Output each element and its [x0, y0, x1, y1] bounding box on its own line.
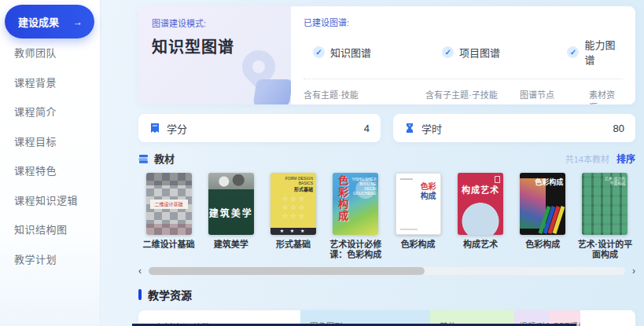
cover-title-text: 构成 — [421, 189, 436, 201]
sidebar-item-knowledge-logic[interactable]: 课程知识逻辑 — [0, 186, 100, 216]
book-cover[interactable]: 色彩构成 YISHU SHEJI BIXIU KE SECAI GOUCHENG — [333, 173, 378, 235]
graph-mode-panel: 图谱建设模式: 知识型图谱 — [138, 6, 291, 104]
book-cover[interactable]: 构成艺术 — [458, 173, 503, 235]
book-item[interactable]: 构成艺术 构成艺术 — [450, 173, 510, 260]
book-cover[interactable]: 二维设计基础 — [146, 173, 192, 235]
book-item[interactable]: FORM DESIGN BASICS 形式基础 ☆ ☆ ☆ ☆ ☆ ☆ ☆ ☆ … — [263, 173, 324, 260]
graph-mode-value: 知识型图谱 — [152, 35, 291, 57]
books-scrollbar: ‹ › — [138, 267, 635, 276]
built-graphs-row: ✓ 知识图谱 ✓ 项目图谱 ✓ 能力图谱 — [304, 37, 623, 67]
graph-stats-row: 含有主题·技能 4个 含有子主题·子技能 49个 图谱节点 370个 素材资源 … — [304, 88, 623, 104]
cover-title-text: 形式基础 — [294, 185, 313, 192]
sidebar: 建设成果 → 教师团队 课程背景 课程简介 课程目标 课程特色 课程知识逻辑 知… — [0, 0, 101, 326]
book-item[interactable]: 二维设计基础 二维设计基础 — [138, 173, 199, 260]
book-cover[interactable]: 建筑美学 — [208, 173, 254, 235]
checkbox-project-graph[interactable]: ✓ 项目图谱 — [442, 37, 567, 67]
cover-title-text: 色彩构成 — [335, 175, 350, 222]
sidebar-item-teachers[interactable]: 教师团队 — [0, 38, 100, 68]
textbooks-icon — [138, 153, 149, 163]
textbooks-header: 教材 共14本教材 排序 — [138, 151, 635, 166]
book-title: 艺术设计必修课：色彩构成 — [326, 240, 386, 260]
built-graphs-label: 已建设图谱: — [304, 16, 623, 28]
checkbox-label: 能力图谱 — [584, 37, 623, 67]
textbooks-title: 教材 — [154, 151, 175, 166]
hours-value: 80 — [613, 123, 624, 134]
cover-title-text: 构成艺术 — [458, 183, 503, 196]
stat-material-resources: 素材资源 1127个 — [589, 88, 623, 104]
hours-label: 学时 — [421, 121, 442, 136]
checkbox-ability-graph[interactable]: ✓ 能力图谱 — [567, 37, 623, 67]
sidebar-nav: 教师团队 课程背景 课程简介 课程目标 课程特色 课程知识逻辑 知识结构图 教学… — [0, 38, 100, 274]
cube-decoration — [253, 79, 291, 104]
cover-title-text: 建筑美学 — [208, 206, 254, 219]
page: 建设成果 → 教师团队 课程背景 课程简介 课程目标 课程特色 课程知识逻辑 知… — [0, 0, 644, 326]
stat-graph-nodes: 图谱节点 370个 — [520, 88, 589, 104]
graph-mode-label: 图谱建设模式: — [152, 16, 291, 29]
scroll-right-icon[interactable]: › — [632, 266, 635, 277]
book-item[interactable]: 建筑美学 建筑美学 — [201, 173, 261, 260]
sidebar-item-course-intro[interactable]: 课程简介 — [0, 97, 100, 127]
checkbox-knowledge-graph[interactable]: ✓ 知识图谱 — [313, 37, 442, 67]
cover-stars: ☆ ☆ ☆ ☆ ☆ ☆ ☆ ☆ ☆ — [270, 195, 316, 221]
book-title: 二维设计基础 — [138, 240, 199, 250]
sidebar-item-course-background[interactable]: 课程背景 — [0, 68, 100, 98]
credits-card: 学分 4 — [138, 114, 381, 142]
arrow-right-icon: → — [73, 16, 83, 27]
sidebar-item-course-features[interactable]: 课程特色 — [0, 156, 100, 186]
cover-footer: ★ ★ ★ — [270, 228, 316, 235]
graph-built-panel: 已建设图谱: ✓ 知识图谱 ✓ 项目图谱 ✓ 能力图谱 — [291, 6, 635, 104]
cover-subtitle-text: FORM DESIGN BASICS — [285, 176, 313, 185]
book-cover[interactable]: 色彩 构成 — [396, 173, 441, 235]
cover-subtitle-text: YISHU SHEJI BIXIU KE SECAI GOUCHENG — [352, 177, 377, 196]
info-cards-row: 学分 4 学时 80 — [138, 114, 635, 142]
hourglass-icon — [404, 123, 415, 134]
book-cover[interactable]: FORM DESIGN BASICS 形式基础 ☆ ☆ ☆ ☆ ☆ ☆ ☆ ☆ … — [270, 173, 316, 235]
book-cover[interactable]: 艺术·设计的 平面构成 — [582, 173, 627, 235]
book-title: 建筑美学 — [201, 240, 261, 250]
credit-book-icon — [149, 123, 160, 134]
sidebar-item-achievements[interactable]: 建设成果 → — [5, 5, 94, 38]
resources-title: 教学资源 — [148, 287, 192, 302]
sidebar-item-teaching-plan[interactable]: 教学计划 — [0, 245, 100, 275]
textbooks-count: 共14本教材 — [565, 152, 609, 165]
scroll-left-icon[interactable]: ‹ — [138, 266, 142, 277]
stat-topics: 含有主题·技能 4个 — [304, 88, 425, 104]
sort-button[interactable]: 排序 — [616, 152, 635, 165]
cover-title-text: 色彩构成 — [535, 177, 563, 187]
sidebar-item-label: 建设成果 — [18, 14, 59, 29]
book-title: 构成艺术 — [450, 240, 510, 250]
credits-label: 学分 — [167, 121, 187, 136]
book-cover[interactable]: 色彩构成 — [520, 173, 565, 235]
cover-decoration — [400, 229, 418, 230]
book-item[interactable]: 色彩构成 色彩构成 — [513, 173, 573, 260]
book-title: 色彩构成 — [513, 240, 573, 250]
scrollbar-thumb[interactable] — [149, 267, 425, 275]
book-title: 色彩构成 — [388, 240, 448, 250]
main-content: 图谱建设模式: 知识型图谱 已建设图谱: ✓ 知识图谱 ✓ 项目图谱 — [138, 0, 635, 326]
graph-mode-card: 图谱建设模式: 知识型图谱 已建设图谱: ✓ 知识图谱 ✓ 项目图谱 — [138, 6, 635, 104]
sidebar-item-knowledge-structure[interactable]: 知识结构图 — [0, 215, 100, 245]
cover-title-text: 艺术·设计的 平面构成 — [605, 176, 626, 185]
sidebar-item-course-goals[interactable]: 课程目标 — [0, 127, 100, 157]
scrollbar-track[interactable] — [149, 267, 625, 275]
books-shelf: 二维设计基础 二维设计基础 建筑美学 建筑美学 FORM DESIGN BASI… — [138, 173, 635, 260]
check-icon: ✓ — [442, 46, 454, 58]
book-title: 形式基础 — [263, 240, 324, 250]
checkbox-label: 知识图谱 — [330, 45, 371, 60]
checkbox-label: 项目图谱 — [459, 45, 500, 60]
hours-card: 学时 80 — [393, 114, 635, 142]
book-item[interactable]: 色彩构成 YISHU SHEJI BIXIU KE SECAI GOUCHENG… — [326, 173, 386, 260]
check-icon: ✓ — [313, 46, 325, 58]
cover-decoration — [495, 176, 500, 183]
cover-decoration — [400, 178, 413, 180]
stat-subtopics: 含有子主题·子技能 49个 — [425, 88, 520, 104]
section-accent-bar — [138, 289, 142, 300]
check-icon: ✓ — [567, 46, 579, 58]
credits-value: 4 — [364, 123, 370, 134]
book-item[interactable]: 色彩 构成 色彩构成 — [388, 173, 448, 260]
book-title: 艺术·设计的平面构成 — [575, 240, 635, 260]
cover-title-text: 二维设计基础 — [150, 200, 188, 209]
segment-remainder — [580, 310, 635, 326]
book-item[interactable]: 艺术·设计的 平面构成 艺术·设计的平面构成 — [575, 173, 635, 260]
resources-header: 教学资源 — [138, 287, 635, 302]
